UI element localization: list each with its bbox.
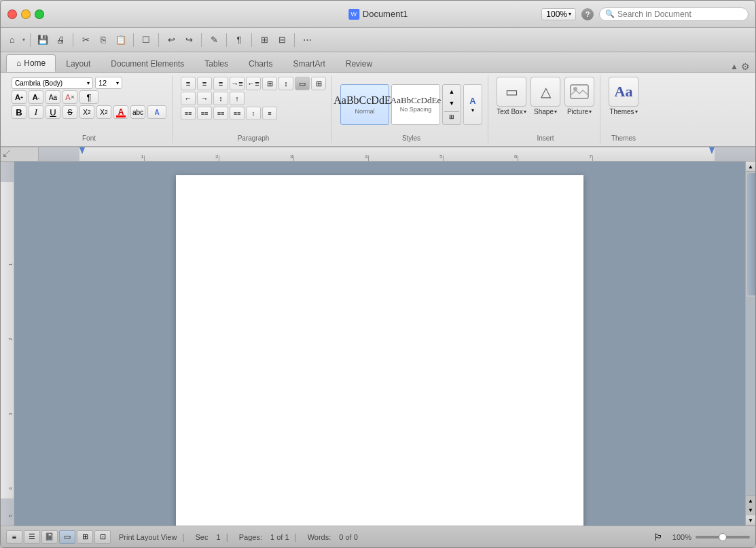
font-size-select[interactable]: 12 ▾ (95, 77, 122, 89)
tab-charts[interactable]: Charts (238, 54, 283, 72)
tab-tables[interactable]: Tables (194, 54, 238, 72)
tab-home[interactable]: ⌂ Home (6, 54, 56, 72)
language-flag-icon[interactable]: 🏳 (653, 532, 663, 543)
shading-button[interactable]: ▭ (295, 77, 310, 90)
outline-list-button[interactable]: ≡ (213, 77, 228, 90)
text-case-button[interactable]: Aa (46, 90, 60, 104)
font-color-indicator (116, 115, 126, 117)
format-button[interactable]: ✎ (206, 33, 221, 48)
horizontal-ruler: 1 2 3 4 5 6 7 (39, 147, 755, 161)
align-justify-button[interactable]: ≡≡ (230, 107, 245, 120)
ribbon-collapse-button[interactable]: ▲ (730, 62, 738, 71)
font-color-button[interactable]: A (113, 105, 128, 119)
subscript-button[interactable]: X2 (96, 105, 111, 119)
themes-item[interactable]: Aa Themes ▾ (609, 77, 638, 115)
picture-insert-item[interactable]: Picture ▾ (564, 77, 594, 115)
clear-format-button[interactable]: A⤬ (62, 90, 77, 104)
outline-view-button[interactable]: ☰ (24, 530, 40, 544)
shape-insert-item[interactable]: △ Shape ▾ (530, 77, 560, 115)
align-center-button[interactable]: ≡≡ (197, 107, 212, 120)
columns-button[interactable]: ⊞ (257, 33, 272, 48)
borders-button[interactable]: ⊞ (311, 77, 326, 90)
ribbon-settings-button[interactable]: ⚙ (741, 61, 750, 72)
home-dropdown-icon[interactable]: ▾ (22, 37, 25, 43)
paste-button[interactable]: 📋 (113, 33, 128, 48)
scroll-up-fine-button[interactable]: ▲ (748, 498, 753, 504)
zoom-percentage: 100% (672, 533, 691, 541)
zoom-slider[interactable] (696, 536, 750, 538)
tab-review[interactable]: Review (336, 54, 382, 72)
line-spacing-button[interactable]: ↕ (213, 92, 228, 105)
zoom-slider-thumb[interactable] (719, 533, 727, 541)
home-qa-button[interactable]: ⌂ (5, 33, 20, 48)
bullet-list-button[interactable]: ≡ (181, 77, 196, 90)
scroll-down-fine-button[interactable]: ▼ (748, 507, 753, 513)
align-left-button[interactable]: ≡≡ (181, 107, 196, 120)
paragraph-marks-button[interactable]: ¶ (232, 33, 247, 48)
search-input[interactable] (617, 10, 742, 19)
column-break-button[interactable]: ⊞ (262, 77, 277, 90)
indent-left-button[interactable]: ← (181, 92, 196, 105)
numbered-list-button[interactable]: ≡ (197, 77, 212, 90)
paragraph-spacing-button[interactable]: ≡ (262, 107, 277, 120)
font-size-increase-button[interactable]: A+ (12, 90, 26, 104)
more-button[interactable]: ⋯ (300, 33, 314, 48)
cut-button[interactable]: ✂ (78, 33, 93, 48)
scrollbar-track[interactable] (746, 297, 755, 495)
align-right-button[interactable]: ≡≡ (213, 107, 228, 120)
print-view-button[interactable]: ▭ (59, 530, 75, 544)
save-button[interactable]: 💾 (35, 33, 50, 48)
indent-increase-button[interactable]: →≡ (230, 77, 245, 90)
help-button[interactable]: ? (581, 8, 594, 20)
tab-smartart[interactable]: SmartArt (283, 54, 335, 72)
tab-document-elements[interactable]: Document Elements (101, 54, 194, 72)
font-name-select[interactable]: Cambria (Body) ▾ (12, 77, 93, 89)
superscript-button[interactable]: X2 (79, 105, 94, 119)
web-view-button[interactable]: ⊞ (77, 530, 93, 544)
styles-scroll-button[interactable]: ▲ ▼ ⊞ (442, 84, 461, 125)
zoom-value[interactable]: 100% ▾ (541, 8, 576, 20)
ruler-corner[interactable] (1, 147, 39, 161)
print-button[interactable]: 🖨 (53, 33, 68, 48)
space-before-button[interactable]: ↑ (230, 92, 245, 105)
table-button[interactable]: ⊟ (274, 33, 289, 48)
document-page[interactable] (176, 175, 583, 526)
themes-label: Themes ▾ (609, 108, 637, 115)
strikethrough-button[interactable]: S (62, 105, 77, 119)
textbox-insert-item[interactable]: ▭ Text Box ▾ (497, 77, 526, 115)
indent-right-button[interactable]: → (197, 92, 212, 105)
copy-button[interactable]: ⎘ (96, 33, 111, 48)
tab-layout[interactable]: Layout (56, 54, 101, 72)
style-nospacing-item[interactable]: AaBbCcDdEe No Spacing (391, 84, 440, 125)
undo-button[interactable]: ↩ (164, 33, 179, 48)
underline-button[interactable]: U (46, 105, 60, 119)
close-button[interactable] (7, 10, 17, 19)
spacing-row: ← → ↕ ↑ (181, 92, 326, 105)
sort-button[interactable]: ↕ (278, 77, 293, 90)
bold-button[interactable]: B (12, 105, 26, 119)
zoom-slider-area[interactable] (696, 536, 750, 538)
text-highlight-button[interactable]: abc (130, 105, 145, 119)
maximize-button[interactable] (35, 10, 44, 19)
line-spacing-2-button[interactable]: ↕ (246, 107, 261, 120)
draft-view-button[interactable]: ≡ (6, 530, 22, 544)
text-effects-button[interactable]: A (147, 105, 166, 119)
new-button[interactable]: ☐ (139, 33, 154, 48)
indent-decrease-button[interactable]: ←≡ (246, 77, 261, 90)
ruler-left-marker[interactable] (79, 147, 85, 154)
italic-button[interactable]: I (29, 105, 43, 119)
change-styles-button[interactable]: A ▾ (463, 84, 482, 125)
redo-button[interactable]: ↪ (181, 33, 196, 48)
document-canvas[interactable] (14, 162, 745, 526)
scrollbar-thumb[interactable] (747, 173, 755, 295)
show-formatting-button[interactable]: ¶ (79, 90, 98, 104)
notebook-view-button[interactable]: 📓 (41, 530, 58, 544)
focus-view-button[interactable]: ⊡ (94, 530, 111, 544)
ruler-right-marker[interactable] (709, 147, 715, 154)
style-normal-item[interactable]: AaBbCcDdEe Normal (340, 84, 389, 125)
scrollbar-up-arrow[interactable]: ▲ (746, 162, 755, 172)
font-size-decrease-button[interactable]: A- (29, 90, 43, 104)
minimize-button[interactable] (21, 10, 31, 19)
scrollbar-down-arrow[interactable]: ▼ (746, 515, 755, 526)
search-box[interactable]: 🔍 (599, 7, 749, 21)
